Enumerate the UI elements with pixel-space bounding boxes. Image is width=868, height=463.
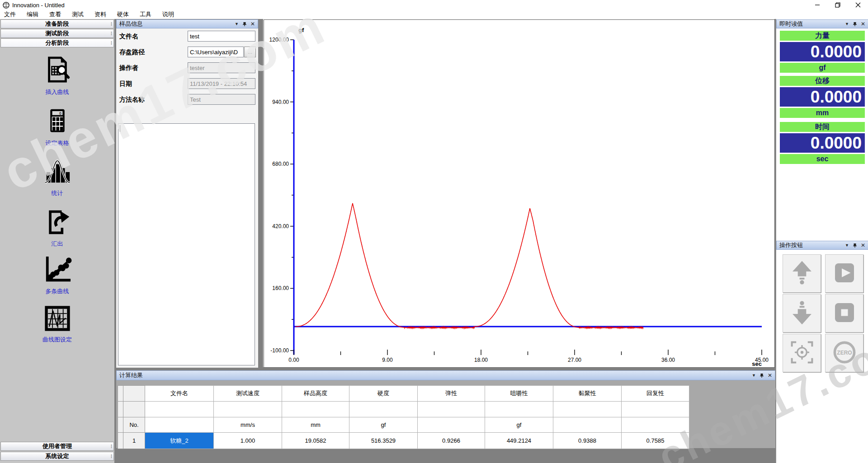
target-button[interactable] <box>783 334 821 372</box>
set-table-icon: 0 <box>45 129 70 136</box>
minimize-icon <box>815 2 820 8</box>
results-header: 计算结果 ▼ ✕ <box>116 370 775 380</box>
unit-cell <box>553 417 622 433</box>
pin-icon[interactable] <box>853 22 857 27</box>
stage-tab-测试阶段[interactable]: 测试阶段⁞ <box>0 29 114 38</box>
row-selector <box>118 417 123 433</box>
probe-down-button[interactable] <box>783 294 821 332</box>
tool-label: 设定表格 <box>0 139 114 147</box>
tool-multi-curve[interactable]: 多条曲线 <box>0 255 114 295</box>
svg-text:0.00: 0.00 <box>288 357 299 363</box>
unit-cell: mm <box>282 417 349 433</box>
blank-cell <box>282 402 349 417</box>
menu-item-硬体[interactable]: 硬体 <box>113 10 133 19</box>
close-icon[interactable]: ✕ <box>861 21 865 27</box>
grip-dots: ⁞ <box>111 454 112 459</box>
tool-label: 多条曲线 <box>0 287 114 295</box>
collapse-icon[interactable]: ▼ <box>235 22 239 26</box>
tool-label: 插入曲线 <box>0 88 114 96</box>
close-icon[interactable]: ✕ <box>250 21 255 27</box>
result-cell[interactable]: 19.0582 <box>282 433 349 449</box>
method-name-field[interactable] <box>188 94 255 105</box>
force-label: 力量 <box>780 31 865 41</box>
svg-text:-100.00: -100.00 <box>270 347 289 354</box>
operator-field[interactable] <box>188 62 255 73</box>
panel-title: 计算结果 <box>119 371 143 379</box>
tool-export[interactable]: 汇出 <box>0 208 114 248</box>
menu-item-编辑[interactable]: 编辑 <box>23 10 42 19</box>
result-cell[interactable]: 软糖_2 <box>145 433 214 449</box>
time-unit: sec <box>780 154 865 164</box>
svg-text:9.00: 9.00 <box>382 357 393 363</box>
result-cell[interactable]: 516.3529 <box>349 433 418 449</box>
readings-header: 即时读值 ▼ ✕ <box>776 19 868 28</box>
blank-cell <box>349 402 418 417</box>
close-button[interactable] <box>848 0 868 10</box>
pin-icon[interactable] <box>760 373 764 378</box>
menu-item-资料[interactable]: 资料 <box>90 10 110 19</box>
app-window: Innovation - Untitled 文件编辑查看测试资料硬体工具说明 准… <box>0 0 868 463</box>
blank-cell <box>553 402 622 417</box>
operator-label: 操作者 <box>119 64 138 72</box>
collapse-icon[interactable]: ▼ <box>752 373 756 378</box>
tool-insert-curve[interactable]: 插入曲线 <box>0 55 114 96</box>
row-selector <box>118 386 123 402</box>
tool-statistics[interactable]: 统计 <box>0 157 114 197</box>
blank-cell <box>485 402 553 417</box>
multi-curve-icon <box>43 277 72 285</box>
tool-label: 汇出 <box>0 240 114 248</box>
stage-tab-分析阶段[interactable]: 分析阶段⁞ <box>0 38 114 47</box>
svg-text:160.00: 160.00 <box>272 285 289 291</box>
probe-up-button[interactable] <box>783 254 821 293</box>
svg-text:sec: sec <box>752 360 762 367</box>
result-cell[interactable]: 0.9388 <box>553 433 622 449</box>
result-cell[interactable]: 0.7585 <box>622 433 689 449</box>
menu-item-查看[interactable]: 查看 <box>45 10 65 19</box>
close-icon[interactable]: ✕ <box>861 242 865 248</box>
zero-button[interactable]: ZERO <box>825 334 863 372</box>
svg-text:680.00: 680.00 <box>272 161 289 167</box>
col-header-回复性: 回复性 <box>622 386 689 402</box>
col-header-黏聚性: 黏聚性 <box>553 386 622 402</box>
collapse-icon[interactable]: ▼ <box>845 22 849 26</box>
result-cell[interactable]: 0.9266 <box>418 433 485 449</box>
unit-cell <box>145 417 214 433</box>
blank-cell <box>418 402 485 417</box>
blank-cell <box>145 402 214 417</box>
stage-tab-使用者管理[interactable]: 使用者管理⁞ <box>0 442 114 451</box>
run-button[interactable] <box>825 254 863 293</box>
menu-item-说明[interactable]: 说明 <box>158 10 178 19</box>
date-field[interactable] <box>188 78 255 89</box>
chart-settings-icon <box>44 325 71 333</box>
tool-set-table[interactable]: 0设定表格 <box>0 106 114 147</box>
tool-label: 曲线图设定 <box>0 336 114 344</box>
row-number: 1 <box>123 433 145 449</box>
minimize-button[interactable] <box>807 0 827 10</box>
pin-icon[interactable] <box>242 22 247 27</box>
menu-item-测试[interactable]: 测试 <box>68 10 88 19</box>
collapse-icon[interactable]: ▼ <box>845 243 849 248</box>
tool-chart-settings[interactable]: 曲线图设定 <box>0 305 114 344</box>
notes-textarea[interactable] <box>118 123 255 365</box>
stage-tab-准备阶段[interactable]: 准备阶段⁞ <box>0 19 114 28</box>
unit-cell <box>622 417 689 433</box>
restore-button[interactable] <box>827 0 848 10</box>
stage-tab-系统设定[interactable]: 系统设定⁞ <box>0 452 114 461</box>
stop-button[interactable] <box>825 294 863 332</box>
result-cell[interactable]: 1.000 <box>214 433 282 449</box>
close-icon[interactable]: ✕ <box>768 372 772 379</box>
force-unit: gf <box>780 63 865 73</box>
result-cell[interactable]: 449.2124 <box>485 433 553 449</box>
svg-text:420.00: 420.00 <box>272 223 289 229</box>
menu-item-工具[interactable]: 工具 <box>136 10 156 19</box>
pin-icon[interactable] <box>853 243 857 248</box>
unit-cell: mm/s <box>214 417 282 433</box>
unit-cell: gf <box>349 417 418 433</box>
menu-item-文件[interactable]: 文件 <box>0 10 20 19</box>
browse-button[interactable]: ... <box>244 47 256 57</box>
row-selector <box>118 402 123 417</box>
save-path-field[interactable] <box>188 47 244 57</box>
time-label: 时间 <box>780 122 865 132</box>
file-name-field[interactable] <box>188 31 255 42</box>
row-selector[interactable] <box>118 433 123 449</box>
